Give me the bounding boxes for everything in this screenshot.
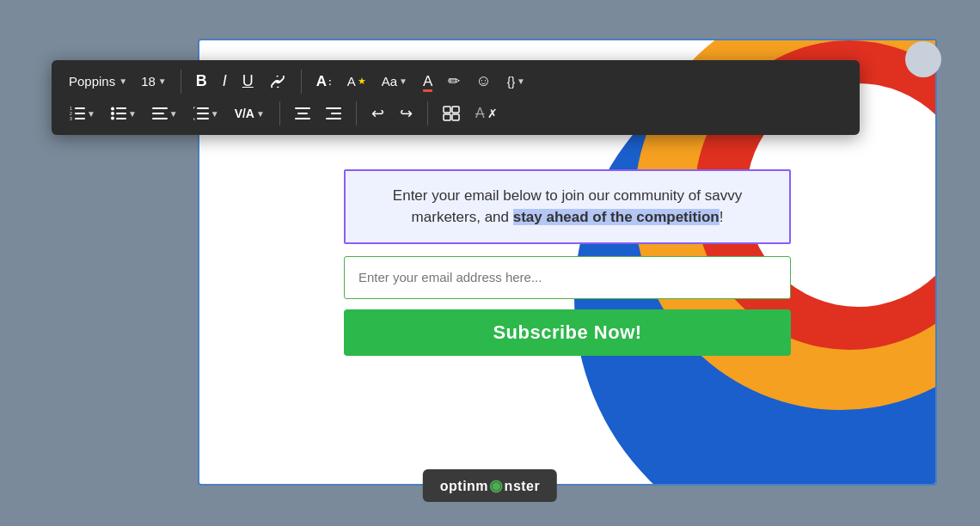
optinmonster-label: optinm◉nster	[440, 476, 540, 495]
svg-rect-18	[295, 107, 310, 109]
line-spacing-button[interactable]: ▼	[187, 103, 225, 124]
ordered-list-button[interactable]: 123 ▼	[64, 103, 101, 124]
font-size-caret: ▼	[158, 76, 167, 86]
svg-rect-19	[297, 113, 308, 114]
svg-rect-22	[331, 113, 341, 114]
svg-rect-1	[75, 113, 85, 114]
code-button[interactable]: {} ▼	[501, 71, 531, 92]
underline-button[interactable]: U	[236, 69, 260, 94]
body-text-end: !	[720, 209, 724, 225]
emoji-button[interactable]: ☺	[469, 69, 497, 94]
svg-rect-23	[326, 118, 341, 119]
svg-rect-20	[295, 118, 310, 119]
monster-icon: ◉	[489, 477, 504, 494]
svg-point-9	[111, 107, 114, 111]
highlighted-text: stay ahead of the competition	[513, 209, 720, 225]
font-style-button[interactable]: A★	[341, 70, 372, 92]
svg-rect-25	[452, 107, 459, 113]
toolbar-divider-1	[181, 70, 181, 94]
align-center-button[interactable]	[289, 103, 316, 124]
bold-button[interactable]: B	[190, 69, 213, 94]
grid-button[interactable]	[437, 102, 466, 125]
toolbar-divider-4	[356, 101, 357, 125]
brush-button[interactable]: ✏	[442, 69, 466, 94]
svg-rect-26	[444, 114, 450, 120]
svg-rect-16	[197, 113, 209, 114]
svg-point-10	[111, 112, 114, 115]
toolbar-divider-5	[427, 101, 428, 125]
svg-rect-12	[152, 107, 168, 109]
svg-text:3: 3	[70, 116, 72, 120]
svg-rect-6	[116, 107, 126, 109]
font-size-increase-button[interactable]: A:	[310, 70, 338, 94]
toolbar-row-2: 123 ▼ ▼ ▼ ▼ V/A ▼ ↩ ↪ A✗	[64, 101, 848, 126]
svg-rect-21	[326, 107, 341, 109]
redo-button[interactable]: ↪	[394, 101, 419, 126]
svg-rect-15	[197, 107, 209, 109]
svg-point-11	[111, 117, 114, 120]
text-color-button[interactable]: A	[417, 70, 438, 94]
subscribe-button[interactable]: Subscribe Now!	[344, 309, 791, 356]
unordered-list-button[interactable]: ▼	[105, 103, 143, 124]
undo-button[interactable]: ↩	[365, 101, 390, 126]
toolbar-divider-2	[301, 70, 302, 94]
svg-rect-14	[152, 118, 168, 119]
font-size-selector[interactable]: 18 ▼	[136, 70, 172, 92]
font-size-label: 18	[141, 74, 156, 89]
optinmonster-bar: optinm◉nster	[423, 469, 557, 502]
corner-circle	[905, 41, 941, 77]
svg-rect-17	[197, 118, 209, 119]
italic-button[interactable]: I	[217, 69, 233, 94]
case-button[interactable]: Aa▼	[376, 70, 413, 92]
text-editor-toolbar: Poppins ▼ 18 ▼ B I U A: A★ Aa▼ A ✏ ☺ {} …	[52, 60, 860, 135]
font-name-caret: ▼	[119, 76, 127, 86]
toolbar-divider-3	[279, 101, 280, 125]
align-right-button[interactable]	[320, 103, 347, 124]
text-align-button[interactable]: ▼	[146, 103, 184, 124]
vertical-align-button[interactable]: V/A ▼	[229, 103, 271, 124]
remove-format-button[interactable]: A✗	[469, 102, 504, 125]
svg-rect-0	[75, 107, 85, 109]
toolbar-row-1: Poppins ▼ 18 ▼ B I U A: A★ Aa▼ A ✏ ☺ {} …	[64, 69, 848, 94]
link-button[interactable]	[263, 72, 292, 91]
svg-rect-8	[116, 118, 126, 119]
svg-rect-24	[444, 107, 450, 113]
svg-rect-2	[75, 118, 85, 119]
email-input[interactable]	[344, 256, 791, 299]
svg-rect-7	[116, 113, 126, 114]
svg-rect-13	[152, 113, 164, 114]
email-description-block[interactable]: Enter your email below to join our commu…	[344, 169, 791, 244]
font-name-label: Poppins	[69, 74, 115, 89]
svg-rect-27	[452, 114, 459, 120]
font-family-selector[interactable]: Poppins ▼	[64, 70, 132, 92]
